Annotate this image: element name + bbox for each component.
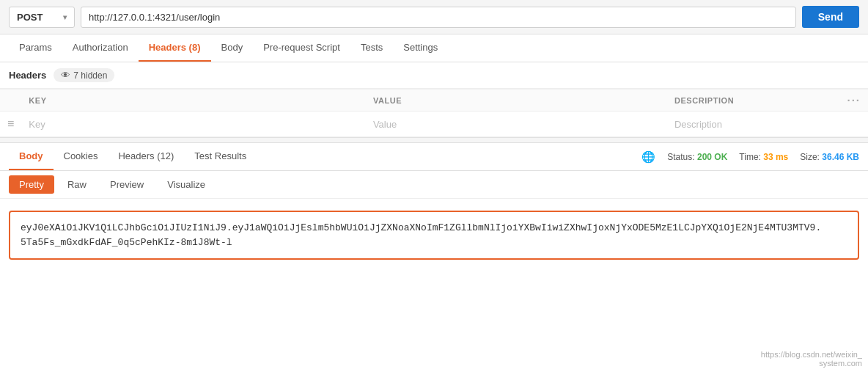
time-value: 33 ms: [763, 152, 788, 162]
url-input[interactable]: [81, 7, 796, 28]
top-bar: POST ▾ Send: [0, 0, 868, 34]
value-placeholder: Value: [373, 119, 397, 130]
format-tabs-row: PrettyRawPreviewVisualize: [0, 171, 868, 199]
response-tab-test-results[interactable]: Test Results: [184, 143, 257, 170]
headers-label: Headers: [9, 70, 46, 81]
request-tab-tests[interactable]: Tests: [350, 34, 393, 62]
status-label: Status:: [667, 152, 694, 162]
actions-dots-icon: ···: [847, 94, 861, 106]
time-label: Time:: [739, 152, 761, 162]
hidden-count: 7 hidden: [73, 70, 107, 81]
size-value: 36.46 KB: [822, 152, 859, 162]
chevron-down-icon: ▾: [63, 13, 67, 21]
section-divider: [0, 137, 868, 143]
hidden-badge[interactable]: 👁 7 hidden: [54, 68, 114, 82]
response-tab-headers-(12)[interactable]: Headers (12): [108, 143, 184, 170]
status-section: Status: 200 OK: [667, 152, 727, 162]
key-cell[interactable]: Key: [21, 112, 366, 137]
request-tabs-row: ParamsAuthorizationHeaders (8)BodyPre-re…: [0, 34, 868, 62]
request-tab-params[interactable]: Params: [9, 34, 62, 62]
headers-subbar: Headers 👁 7 hidden: [0, 62, 868, 89]
row-hamburger-cell: ≡: [0, 112, 21, 137]
col-value-header: VALUE: [366, 90, 667, 112]
response-tabs-row: BodyCookiesHeaders (12)Test Results 🌐 St…: [0, 143, 868, 171]
response-tab-body[interactable]: Body: [9, 143, 54, 170]
method-select[interactable]: POST ▾: [9, 7, 75, 28]
key-placeholder: Key: [29, 119, 45, 130]
value-cell[interactable]: Value: [366, 112, 667, 137]
time-section: Time: 33 ms: [739, 152, 788, 162]
request-tab-headers-(8)[interactable]: Headers (8): [139, 34, 211, 62]
size-section: Size: 36.46 KB: [800, 152, 859, 162]
response-tab-cookies[interactable]: Cookies: [54, 143, 108, 170]
response-body: eyJ0eXAiOiJKV1QiLCJhbGciOiJIUzI1NiJ9.eyJ…: [0, 199, 868, 271]
request-tab-pre-request-script[interactable]: Pre-request Script: [253, 34, 350, 62]
send-button[interactable]: Send: [802, 6, 859, 28]
headers-table: KEY VALUE DESCRIPTION ··· ≡ Key Value De…: [0, 89, 868, 137]
token-line1: eyJ0eXAiOiJKV1QiLCJhbGciOiJIUzI1NiJ9.eyJ…: [21, 222, 821, 233]
method-label: POST: [17, 12, 43, 23]
status-value: 200 OK: [697, 152, 727, 162]
format-tab-raw[interactable]: Raw: [57, 175, 97, 194]
request-tab-authorization[interactable]: Authorization: [62, 34, 139, 62]
format-tab-visualize[interactable]: Visualize: [157, 175, 216, 194]
col-key-header: KEY: [21, 90, 366, 112]
row-actions-cell: [839, 112, 868, 137]
request-tab-body[interactable]: Body: [211, 34, 254, 62]
response-meta: 🌐 Status: 200 OK Time: 33 ms Size: 36.46…: [641, 150, 859, 164]
request-tab-settings[interactable]: Settings: [393, 34, 448, 62]
description-cell[interactable]: Description: [667, 112, 840, 137]
hamburger-icon: ≡: [7, 117, 14, 130]
col-actions-header: ···: [839, 90, 868, 112]
format-tab-pretty[interactable]: Pretty: [9, 175, 54, 194]
globe-icon: 🌐: [641, 150, 655, 164]
table-row: ≡ Key Value Description: [0, 112, 868, 137]
col-desc-header: DESCRIPTION: [667, 90, 840, 112]
description-placeholder: Description: [674, 119, 722, 130]
token-box: eyJ0eXAiOiJKV1QiLCJhbGciOiJIUzI1NiJ9.eyJ…: [9, 211, 859, 260]
eye-icon: 👁: [61, 70, 70, 81]
size-label: Size:: [800, 152, 820, 162]
token-line2: 5Ta5Fs_mGxdkFdAF_0q5cPehKIz-8m1J8Wt-l: [21, 237, 232, 248]
format-tab-preview[interactable]: Preview: [100, 175, 154, 194]
col-check-header: [0, 90, 21, 112]
